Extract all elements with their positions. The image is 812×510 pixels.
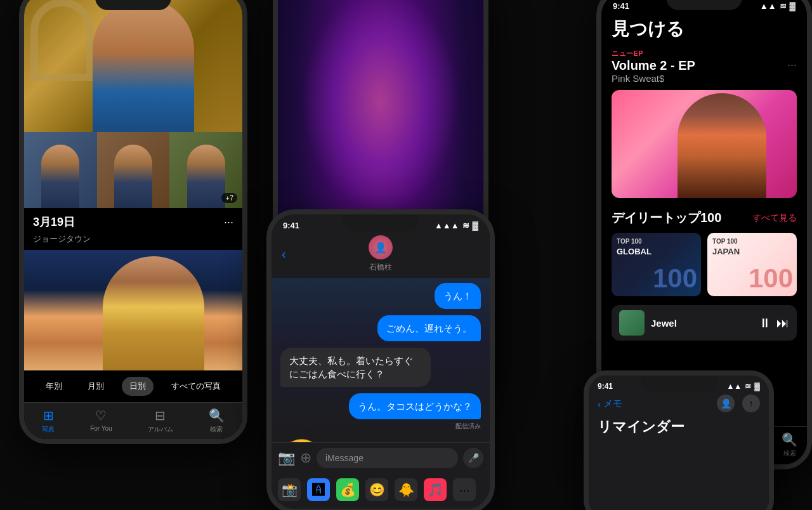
- photos-date-header: 3月19日 ···: [24, 208, 242, 233]
- filter-month[interactable]: 月別: [80, 377, 112, 396]
- wifi-icon: ≋: [745, 382, 751, 391]
- music-see-all[interactable]: すべて見る: [752, 213, 797, 224]
- music-content: 見つける ニューEP Volume 2 - EP Pink Sweat$ ···…: [601, 11, 807, 426]
- photos-location: ジョージタウン: [24, 233, 242, 250]
- reminders-title: リマインダー: [598, 417, 760, 436]
- photos-tab-bar: ⊞ 写真 ♡ For You ⊟ アルバム 🔍 検索: [24, 402, 242, 439]
- home-blob: [301, 0, 460, 212]
- phone-photos: +7 3月19日 ··· ジョージタウン 年別 月別 日別 すべての写真 ⊞ 写…: [19, 0, 247, 444]
- music-top100-row: TOP 100 GLOBAL 100 TOP 100 JAPAN 100: [612, 233, 797, 296]
- msg-app-memoji[interactable]: 😊: [365, 478, 388, 501]
- messages-input-row: 📷 ⊕ iMessage 🎤: [272, 442, 490, 473]
- photos-grid: +7: [24, 132, 242, 208]
- top100-label-global: TOP 100: [617, 238, 642, 245]
- filter-day[interactable]: 日別: [122, 377, 154, 396]
- music-album-art[interactable]: [612, 90, 797, 198]
- message-bubble-1: うん！: [435, 283, 481, 309]
- music-new-ep-label: ニューEP: [612, 49, 797, 58]
- msg-app-photos[interactable]: 📸: [278, 478, 301, 501]
- delivered-status: 配信済み: [280, 422, 481, 431]
- photos-icon: ⊞: [43, 408, 54, 423]
- album-icon: ⊟: [155, 408, 166, 423]
- wifi-icon: ≋: [780, 1, 787, 11]
- phone-messages: 9:41 ▲▲▲ ≋ ▓ ‹ 👤 石橋柱 うん！ ごめん、遅れそう。 大丈夫、私…: [266, 209, 495, 510]
- messages-apps-row: 📸 🅰 💰 😊 🐥 🎵 ···: [272, 473, 490, 509]
- photos-main-photo[interactable]: [24, 250, 242, 370]
- message-input[interactable]: iMessage: [317, 448, 458, 468]
- top100-number-japan: 100: [749, 263, 793, 294]
- more-button[interactable]: ···: [787, 58, 797, 72]
- battery-icon: ▓: [754, 382, 760, 391]
- filter-year[interactable]: 年別: [38, 377, 70, 396]
- msg-app-more[interactable]: ···: [453, 478, 476, 501]
- pause-button[interactable]: ⏸: [759, 316, 771, 330]
- chevron-left-icon: ‹: [598, 398, 601, 409]
- search-icon: 🔍: [209, 408, 225, 423]
- msg-app-store[interactable]: 🅰: [307, 478, 330, 501]
- grid-photo-3[interactable]: +7: [169, 132, 242, 208]
- artist-photo: [678, 93, 766, 198]
- music-page-title: 見つける: [612, 17, 797, 41]
- camera-icon[interactable]: 📷: [278, 450, 295, 466]
- export-button[interactable]: ↑: [742, 395, 760, 412]
- reminders-back-button[interactable]: ‹ メモ: [598, 398, 622, 410]
- reminders-status-bar: 9:41 ▲▲ ≋ ▓: [598, 382, 760, 391]
- grid-photo-2[interactable]: [97, 132, 170, 208]
- contact-avatar: 👤: [369, 235, 393, 259]
- msg-app-animoji[interactable]: 🐥: [395, 478, 417, 501]
- messages-time: 9:41: [283, 221, 299, 230]
- photos-date: 3月19日: [33, 214, 75, 230]
- reminders-screen: 9:41 ▲▲ ≋ ▓ ‹ メモ 👤 ↑ リマインダー: [589, 376, 769, 510]
- top100-global-card[interactable]: TOP 100 GLOBAL 100: [612, 233, 701, 296]
- heart-icon: ♡: [95, 408, 107, 423]
- voice-icon[interactable]: 🎤: [463, 448, 483, 468]
- battery-icon: ▓: [473, 221, 478, 230]
- music-tab-search[interactable]: 🔍 検索: [782, 432, 797, 458]
- tab-search[interactable]: 🔍 検索: [209, 408, 225, 434]
- share-button[interactable]: 👤: [717, 395, 735, 412]
- msg-app-music[interactable]: 🎵: [424, 478, 447, 501]
- messages-header: ‹ 👤 石橋柱: [272, 230, 490, 278]
- skip-forward-button[interactable]: ⏭: [776, 316, 789, 330]
- apps-icon[interactable]: ⊕: [300, 450, 311, 466]
- music-section-header: デイリートップ100 すべて見る: [612, 209, 797, 226]
- music-status-icons: ▲▲ ≋ ▓: [760, 1, 796, 11]
- signal-icon: ▲▲: [760, 1, 776, 11]
- message-bubble-3: 大丈夫、私も。着いたらすぐにごはん食べに行く？: [280, 348, 431, 387]
- contact-name: 石橋柱: [369, 262, 392, 273]
- photos-date-section: 3月19日 ··· ジョージタウン: [24, 208, 242, 370]
- back-button[interactable]: ‹: [282, 247, 286, 261]
- search-icon: 🔍: [782, 432, 797, 447]
- music-status-bar: 9:41 ▲▲ ≋ ▓: [601, 0, 807, 11]
- now-playing-controls: ⏸ ⏭: [759, 316, 789, 330]
- messages-screen: 9:41 ▲▲▲ ≋ ▓ ‹ 👤 石橋柱 うん！ ごめん、遅れそう。 大丈夫、私…: [272, 214, 490, 509]
- top100-number-global: 100: [653, 263, 697, 294]
- music-album-title: Volume 2 - EP: [612, 58, 695, 73]
- tab-photos[interactable]: ⊞ 写真: [42, 408, 55, 434]
- messages-body: うん！ ごめん、遅れそう。 大丈夫、私も。着いたらすぐにごはん食べに行く？ うん…: [272, 278, 490, 442]
- photos-filter-row: 年別 月別 日別 すべての写真: [24, 370, 242, 402]
- photos-plus-badge: +7: [221, 193, 237, 203]
- music-artist-name: Pink Sweat$: [612, 73, 695, 84]
- top100-label-japan: TOP 100: [712, 238, 738, 245]
- grid-photo-1[interactable]: [24, 132, 97, 208]
- more-icon[interactable]: ···: [224, 216, 233, 229]
- photos-screen: +7 3月19日 ··· ジョージタウン 年別 月別 日別 すべての写真 ⊞ 写…: [24, 0, 242, 439]
- music-time: 9:41: [613, 1, 629, 11]
- top100-japan-card[interactable]: TOP 100 JAPAN 100: [707, 233, 797, 296]
- msg-app-cash[interactable]: 💰: [336, 478, 359, 501]
- signal-icon: ▲▲: [726, 382, 742, 391]
- wifi-signal-icon: ≋: [462, 221, 469, 230]
- filter-all[interactable]: すべての写真: [164, 377, 228, 396]
- messages-status-bar: 9:41 ▲▲▲ ≋ ▓: [272, 214, 490, 230]
- reminders-time: 9:41: [598, 382, 613, 391]
- tab-for-you[interactable]: ♡ For You: [90, 408, 112, 434]
- photos-top-photo[interactable]: [24, 0, 242, 132]
- now-playing-title: Jewel: [651, 318, 752, 329]
- message-bubble-4: うん。タコスはどうかな？: [349, 393, 481, 419]
- music-now-playing[interactable]: Jewel ⏸ ⏭: [612, 305, 797, 341]
- reminders-header: ‹ メモ 👤 ↑: [598, 395, 760, 412]
- phone-reminders: 9:41 ▲▲ ≋ ▓ ‹ メモ 👤 ↑ リマインダー: [584, 370, 774, 510]
- signal-bars-icon: ▲▲▲: [435, 221, 459, 230]
- tab-albums[interactable]: ⊟ アルバム: [148, 408, 173, 434]
